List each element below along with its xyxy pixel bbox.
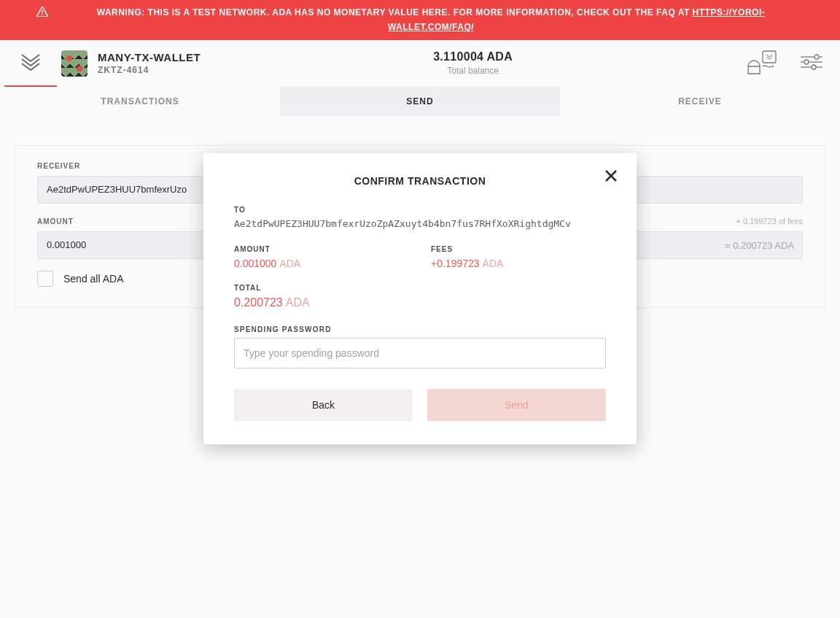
modal-to-label: TO bbox=[234, 206, 606, 214]
modal-total-unit: ADA bbox=[286, 296, 310, 309]
back-button[interactable]: Back bbox=[234, 389, 413, 421]
modal-total-value: 0.200723ADA bbox=[234, 296, 606, 309]
modal-fees-num: +0.199723 bbox=[431, 258, 480, 269]
modal-to-address: Ae2tdPwUPEZ3HUU7bmfexrUzoZpAZxuyt4b4bn7f… bbox=[234, 218, 606, 229]
modal-fees-unit: ADA bbox=[483, 258, 504, 269]
modal-overlay[interactable]: CONFIRM TRANSACTION TO Ae2tdPwUPEZ3HUU7b… bbox=[0, 0, 840, 618]
modal-total-num: 0.200723 bbox=[234, 296, 283, 309]
modal-amount-label: AMOUNT bbox=[234, 245, 409, 253]
modal-total-label: TOTAL bbox=[234, 284, 606, 292]
close-icon bbox=[604, 172, 618, 185]
modal-fees-value: +0.199723ADA bbox=[431, 258, 606, 269]
modal-amount-num: 0.001000 bbox=[234, 258, 276, 269]
send-button[interactable]: Send bbox=[427, 389, 606, 421]
modal-close-button[interactable] bbox=[604, 169, 618, 185]
confirm-transaction-modal: CONFIRM TRANSACTION TO Ae2tdPwUPEZ3HUU7b… bbox=[203, 153, 637, 444]
modal-amount-value: 0.001000ADA bbox=[234, 258, 409, 269]
modal-amount-unit: ADA bbox=[279, 258, 300, 269]
spending-password-input[interactable] bbox=[234, 338, 606, 368]
modal-fees-label: FEES bbox=[431, 245, 606, 253]
spending-password-label: SPENDING PASSWORD bbox=[234, 325, 606, 333]
modal-title: CONFIRM TRANSACTION bbox=[227, 175, 613, 187]
